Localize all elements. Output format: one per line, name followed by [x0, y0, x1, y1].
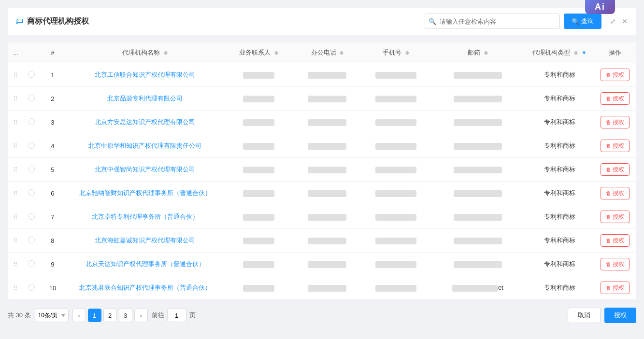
col-mobile[interactable]: 手机号: [361, 42, 430, 63]
col-email: [430, 205, 526, 229]
radio-input[interactable]: [28, 71, 35, 78]
row-select[interactable]: [24, 229, 40, 253]
agency-type: 专利和商标: [525, 87, 594, 111]
next-page-btn[interactable]: ›: [134, 309, 148, 322]
drag-handle[interactable]: ⠿: [8, 229, 24, 253]
authorize-button-9[interactable]: 🗑 授权: [601, 258, 630, 270]
drag-handle[interactable]: ⠿: [8, 182, 24, 205]
sort-type-icon: [574, 51, 578, 55]
expand-icon[interactable]: ⤢: [609, 17, 617, 25]
page-btn-1[interactable]: 1: [88, 309, 101, 322]
authorize-button-1[interactable]: 🗑 授权: [601, 69, 630, 81]
page-btn-3[interactable]: 3: [119, 309, 132, 322]
filter-type-icon[interactable]: ▼: [582, 50, 587, 56]
table-row: ⠿1北京工信联合知识产权代理有限公司专利和商标🗑 授权: [8, 63, 636, 87]
page-header: 🏷 商标代理机构授权 🔍 🔍 查询 ⤢ ✕: [8, 8, 636, 35]
authorize-button-4[interactable]: 🗑 授权: [601, 140, 630, 152]
row-select[interactable]: [24, 182, 40, 205]
authorize-button-8[interactable]: 🗑 授权: [601, 234, 630, 247]
company-link[interactable]: 北京方安思达知识产权代理有限公司: [95, 118, 195, 126]
drag-handle[interactable]: ⠿: [8, 253, 24, 276]
company-name[interactable]: 北京天达知识产权代理事务所（普通合伙）: [66, 253, 224, 276]
company-link[interactable]: 北京卓特专利代理事务所（普通合伙）: [92, 213, 199, 220]
drag-handle[interactable]: ⠿: [8, 87, 24, 111]
company-link[interactable]: 北京兆君联合知识产权代理事务所（普通合伙）: [79, 284, 211, 291]
drag-handle[interactable]: ⠿: [8, 134, 24, 158]
radio-input[interactable]: [28, 189, 35, 196]
page-btn-2[interactable]: 2: [103, 309, 117, 322]
row-select[interactable]: [24, 158, 40, 182]
radio-input[interactable]: [28, 166, 35, 172]
row-select[interactable]: [24, 134, 40, 158]
row-select[interactable]: [24, 63, 40, 87]
table-row: ⠿10北京兆君联合知识产权代理事务所（普通合伙）et专利和商标🗑 授权: [8, 276, 636, 300]
col-email[interactable]: 邮箱: [430, 42, 526, 63]
col-mobile: [361, 158, 430, 182]
close-icon[interactable]: ✕: [621, 17, 629, 25]
company-name[interactable]: 北京驰纳智财知识产权代理事务所（普通合伙）: [66, 182, 224, 205]
drag-handle[interactable]: ⠿: [8, 111, 24, 134]
radio-input[interactable]: [28, 95, 35, 101]
company-name[interactable]: 北京中原华和知识产权代理有限责任公司: [66, 134, 224, 158]
action-cell: 🗑 授权: [594, 229, 637, 253]
drag-handle[interactable]: ⠿: [8, 276, 24, 300]
col-name[interactable]: 代理机构名称: [66, 42, 224, 63]
table-row: ⠿6北京驰纳智财知识产权代理事务所（普通合伙）专利和商标🗑 授权: [8, 182, 636, 205]
cancel-button[interactable]: 取消: [568, 308, 601, 323]
total-info: 共 30 条: [8, 311, 31, 320]
page-jump: 前往 页: [152, 309, 196, 322]
search-input[interactable]: [425, 14, 560, 29]
authorize-button-3[interactable]: 🗑 授权: [601, 116, 630, 128]
row-select[interactable]: [24, 276, 40, 300]
radio-input[interactable]: [28, 260, 35, 267]
company-link[interactable]: 北京工信联合知识产权代理有限公司: [95, 71, 195, 78]
sort-name-icon: [164, 51, 168, 55]
col-office_phone: [293, 158, 361, 182]
row-num: 9: [40, 253, 66, 276]
table-row: ⠿9北京天达知识产权代理事务所（普通合伙）专利和商标🗑 授权: [8, 253, 636, 276]
col-email: [430, 253, 526, 276]
radio-input[interactable]: [28, 284, 35, 291]
footer-area: 共 30 条 10条/页 20条/页 50条/页 ‹ 1 2 3 › 前往 页 …: [8, 300, 636, 323]
company-name[interactable]: 北京海虹嘉诚知识产权代理有限公司: [66, 229, 224, 253]
authorize-button-6[interactable]: 🗑 授权: [601, 187, 630, 199]
row-select[interactable]: [24, 205, 40, 229]
company-link[interactable]: 北京海虹嘉诚知识产权代理有限公司: [95, 237, 195, 244]
jump-prefix: 前往: [152, 311, 164, 320]
company-name[interactable]: 北京卓特专利代理事务所（普通合伙）: [66, 205, 224, 229]
radio-input[interactable]: [28, 142, 35, 149]
company-link[interactable]: 北京天达知识产权代理事务所（普通合伙）: [86, 260, 205, 268]
company-name[interactable]: 北京方安思达知识产权代理有限公司: [66, 111, 224, 134]
company-link[interactable]: 北京中强智尚知识产权代理有限公司: [95, 166, 195, 173]
col-contact[interactable]: 业务联系人: [224, 42, 293, 63]
confirm-authorize-button[interactable]: 授权: [604, 308, 636, 323]
row-select[interactable]: [24, 111, 40, 134]
company-link[interactable]: 北京中原华和知识产权代理有限责任公司: [88, 142, 201, 149]
drag-handle[interactable]: ⠿: [8, 158, 24, 182]
authorize-button-5[interactable]: 🗑 授权: [601, 163, 630, 176]
col-office-phone[interactable]: 办公电话: [293, 42, 361, 63]
radio-input[interactable]: [28, 213, 35, 220]
jump-input[interactable]: [167, 309, 186, 322]
company-name[interactable]: 北京兆君联合知识产权代理事务所（普通合伙）: [66, 276, 224, 300]
drag-handle[interactable]: ⠿: [8, 205, 24, 229]
prev-page-btn[interactable]: ‹: [72, 309, 86, 322]
radio-input[interactable]: [28, 237, 35, 243]
authorize-button-7[interactable]: 🗑 授权: [601, 211, 630, 223]
company-name[interactable]: 北京品源专利代理有限公司: [66, 87, 224, 111]
query-button[interactable]: 🔍 查询: [564, 14, 601, 29]
col-type[interactable]: 代理机构类型 ▼: [525, 42, 594, 63]
company-name[interactable]: 北京中强智尚知识产权代理有限公司: [66, 158, 224, 182]
row-select[interactable]: [24, 87, 40, 111]
drag-handle[interactable]: ⠿: [8, 63, 24, 87]
action-cell: 🗑 授权: [594, 276, 637, 300]
query-icon: 🔍: [572, 18, 579, 25]
row-select[interactable]: [24, 253, 40, 276]
page-size-select[interactable]: 10条/页 20条/页 50条/页: [35, 309, 69, 322]
company-link[interactable]: 北京品源专利代理有限公司: [107, 95, 183, 102]
company-name[interactable]: 北京工信联合知识产权代理有限公司: [66, 63, 224, 87]
company-link[interactable]: 北京驰纳智财知识产权代理事务所（普通合伙）: [79, 189, 211, 197]
radio-input[interactable]: [28, 118, 35, 125]
authorize-button-2[interactable]: 🗑 授权: [601, 92, 630, 105]
authorize-button-10[interactable]: 🗑 授权: [601, 282, 630, 294]
